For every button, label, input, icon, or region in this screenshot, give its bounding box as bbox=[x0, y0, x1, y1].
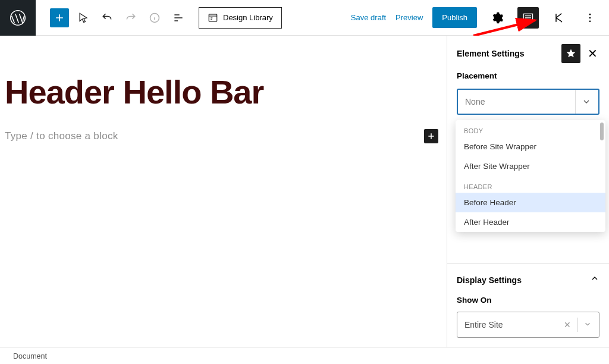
element-settings-sidebar: Element Settings ✕ Placement None BODY B… bbox=[447, 36, 609, 347]
clear-icon[interactable]: ✕ bbox=[564, 320, 571, 330]
redo-icon[interactable] bbox=[121, 8, 140, 27]
display-settings-label: Display Settings bbox=[457, 275, 590, 285]
placement-select[interactable]: None bbox=[457, 89, 599, 115]
chevron-down-icon bbox=[575, 90, 591, 114]
svg-point-5 bbox=[589, 17, 591, 18]
toolbar-right: Save draft Preview Publish bbox=[351, 7, 609, 29]
dropdown-group-label: HEADER bbox=[456, 176, 605, 193]
placement-option[interactable]: After Site Wrapper bbox=[456, 156, 605, 176]
undo-icon[interactable] bbox=[98, 8, 117, 27]
design-library-button[interactable]: Design Library bbox=[199, 7, 282, 29]
close-sidebar-button[interactable]: ✕ bbox=[585, 46, 599, 61]
dropdown-group-label: BODY bbox=[456, 120, 605, 137]
element-settings-toggle[interactable] bbox=[517, 7, 539, 29]
sidebar-title: Element Settings bbox=[457, 49, 557, 58]
footer-status[interactable]: Document bbox=[13, 352, 47, 360]
display-settings-panel[interactable]: Display Settings bbox=[447, 263, 609, 296]
placement-option[interactable]: After Header bbox=[456, 212, 605, 232]
svg-point-4 bbox=[589, 13, 591, 15]
chevron-up-icon bbox=[590, 274, 599, 286]
placement-label: Placement bbox=[457, 71, 599, 80]
settings-gear-icon[interactable] bbox=[486, 7, 508, 29]
publish-button[interactable]: Publish bbox=[432, 7, 477, 28]
svg-rect-2 bbox=[209, 14, 217, 21]
outline-icon[interactable] bbox=[169, 8, 188, 27]
show-on-label: Show On bbox=[447, 296, 609, 312]
show-on-select[interactable]: Entire Site ✕ bbox=[457, 312, 599, 338]
placement-selected-value: None bbox=[465, 97, 485, 106]
info-icon[interactable] bbox=[145, 8, 164, 27]
dropdown-scrollbar[interactable] bbox=[600, 123, 604, 140]
top-toolbar: Design Library Save draft Preview Publis… bbox=[0, 0, 609, 36]
favorite-button[interactable] bbox=[561, 44, 580, 63]
preview-link[interactable]: Preview bbox=[395, 13, 423, 22]
wordpress-logo[interactable] bbox=[0, 0, 36, 36]
design-library-label: Design Library bbox=[223, 13, 273, 22]
block-prompt-text[interactable]: Type / to choose a block bbox=[5, 130, 118, 142]
show-on-value: Entire Site bbox=[464, 320, 503, 330]
inline-add-block-button[interactable] bbox=[424, 129, 438, 143]
kadence-icon[interactable] bbox=[548, 7, 570, 29]
sidebar-header: Element Settings ✕ bbox=[447, 36, 609, 71]
chevron-down-icon bbox=[583, 320, 592, 330]
placement-option[interactable]: Before Site Wrapper bbox=[456, 137, 605, 156]
editor-canvas: Header Hello Bar Type / to choose a bloc… bbox=[0, 36, 447, 347]
post-title[interactable]: Header Hello Bar bbox=[5, 73, 442, 111]
block-prompt-row: Type / to choose a block bbox=[5, 129, 442, 143]
save-draft-link[interactable]: Save draft bbox=[351, 13, 386, 22]
placement-option[interactable]: Before Header bbox=[456, 193, 605, 212]
more-options-icon[interactable] bbox=[579, 7, 601, 29]
svg-point-6 bbox=[589, 20, 591, 22]
add-block-button[interactable] bbox=[50, 8, 69, 27]
placement-section: Placement None bbox=[447, 71, 609, 127]
footer-bar: Document bbox=[0, 347, 609, 364]
select-tool-icon[interactable] bbox=[74, 8, 93, 27]
toolbar-left: Design Library bbox=[36, 7, 282, 29]
placement-dropdown: BODY Before Site Wrapper After Site Wrap… bbox=[456, 120, 605, 232]
